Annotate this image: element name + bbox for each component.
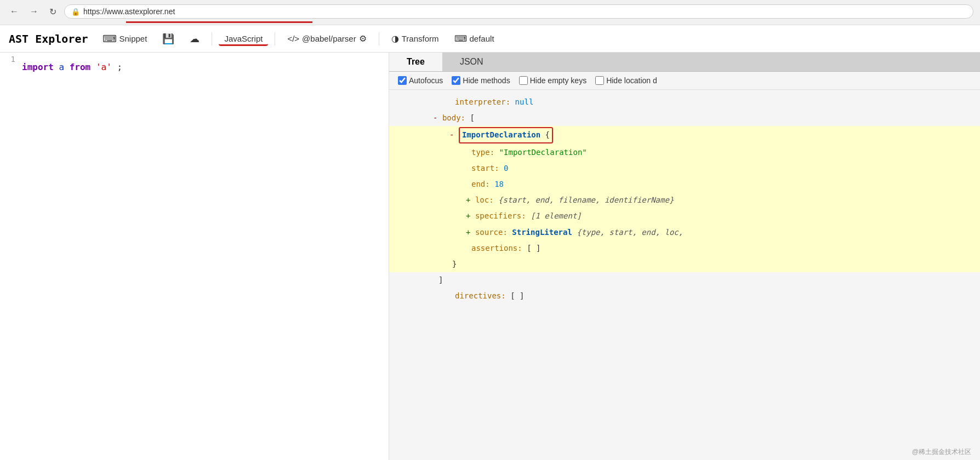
default-button[interactable]: ⌨ default bbox=[449, 31, 500, 46]
tree-assertions: assertions: [ ] bbox=[389, 240, 980, 256]
tree-end: end: 18 bbox=[389, 176, 980, 192]
snippet-icon: ⌨ bbox=[102, 33, 117, 45]
hide-methods-checkbox[interactable] bbox=[452, 76, 460, 85]
tree-type: type: "ImportDeclaration" bbox=[389, 145, 980, 160]
tab-tree[interactable]: Tree bbox=[389, 53, 442, 71]
code-line-1: 1 import a from 'a' ; bbox=[0, 53, 389, 82]
save-button[interactable]: 💾 bbox=[157, 31, 180, 47]
close-bracket: ] bbox=[438, 275, 443, 284]
ast-tabs: Tree JSON bbox=[389, 53, 980, 72]
tree-close-bracket: ] bbox=[389, 272, 980, 288]
code-semicolon: ; bbox=[117, 62, 122, 72]
import-decl-box: ImportDeclaration { bbox=[459, 127, 553, 143]
parser-label: @babel/parser bbox=[302, 34, 356, 43]
source-type: StringLiteral bbox=[512, 228, 572, 237]
assertions-key: assertions: bbox=[471, 244, 522, 252]
var-a: a bbox=[59, 62, 64, 72]
type-val: "ImportDeclaration" bbox=[499, 148, 587, 157]
close-brace: } bbox=[452, 260, 457, 268]
app-toolbar: AST Explorer ⌨ Snippet 💾 ☁ JavaScript </… bbox=[0, 25, 980, 53]
divider-1 bbox=[212, 32, 212, 45]
watermark: @稀土掘金技术社区 bbox=[912, 447, 971, 457]
source-key: source: bbox=[475, 228, 508, 237]
start-val: 0 bbox=[504, 164, 508, 173]
tree-close-brace: } bbox=[389, 256, 980, 272]
main-content: 1 import a from 'a' ; Tree JSON Autofo bbox=[0, 53, 980, 460]
lock-icon: 🔒 bbox=[71, 8, 80, 16]
autofocus-option[interactable]: Autofocus bbox=[398, 76, 443, 85]
tree-start: start: 0 bbox=[389, 160, 980, 176]
tree-loc[interactable]: + loc: {start, end, filename, identifier… bbox=[389, 192, 980, 208]
tree-import-decl[interactable]: - ImportDeclaration { bbox=[389, 126, 980, 144]
tab-json[interactable]: JSON bbox=[442, 53, 501, 71]
javascript-button[interactable]: JavaScript bbox=[219, 32, 268, 46]
body-key: body: bbox=[442, 113, 465, 122]
autofocus-label: Autofocus bbox=[409, 76, 443, 85]
cloud-button[interactable]: ☁ bbox=[184, 31, 205, 47]
transform-label: Transform bbox=[402, 34, 439, 43]
body-open-bracket: [ bbox=[470, 113, 474, 122]
default-label: default bbox=[470, 34, 494, 43]
loc-val: {start, end, filename, identifierName} bbox=[498, 196, 674, 204]
keyword-import: import bbox=[22, 62, 54, 72]
interpreter-key: interpreter: bbox=[455, 97, 510, 106]
tree-interpreter: interpreter: null bbox=[389, 94, 980, 110]
snippet-button[interactable]: ⌨ Snippet bbox=[97, 31, 153, 47]
string-a: 'a' bbox=[96, 62, 112, 72]
directives-val: [ ] bbox=[510, 291, 524, 300]
app-title: AST Explorer bbox=[9, 32, 88, 45]
snippet-label: Snippet bbox=[119, 34, 147, 43]
directives-key: directives: bbox=[455, 291, 506, 300]
source-expand-btn[interactable]: + bbox=[466, 228, 470, 237]
specifiers-expand-btn[interactable]: + bbox=[466, 211, 470, 220]
hide-empty-keys-option[interactable]: Hide empty keys bbox=[519, 76, 586, 85]
loc-expand-btn[interactable]: + bbox=[466, 196, 470, 204]
code-panel[interactable]: 1 import a from 'a' ; bbox=[0, 53, 389, 460]
tree-content[interactable]: interpreter: null - body: [ - ImportDecl… bbox=[389, 90, 980, 460]
import-decl-brace: { bbox=[545, 130, 550, 139]
specifiers-val: [1 element] bbox=[531, 211, 582, 220]
tree-directives: directives: [ ] bbox=[389, 288, 980, 304]
hide-methods-label: Hide methods bbox=[463, 76, 510, 85]
transform-icon: ◑ bbox=[391, 33, 399, 44]
parser-button[interactable]: </> @babel/parser ⚙ bbox=[282, 31, 372, 46]
import-decl-collapse-btn[interactable]: - bbox=[449, 130, 454, 139]
browser-nav: ← → ↻ 🔒 bbox=[0, 0, 980, 23]
interpreter-val: null bbox=[515, 97, 534, 106]
hide-location-label: Hide location d bbox=[606, 76, 657, 85]
javascript-label: JavaScript bbox=[224, 34, 263, 43]
assertions-val: [ ] bbox=[527, 244, 540, 252]
url-input[interactable] bbox=[83, 7, 966, 16]
hide-location-option[interactable]: Hide location d bbox=[595, 76, 657, 85]
start-key: start: bbox=[471, 164, 499, 173]
hide-empty-keys-checkbox[interactable] bbox=[519, 76, 528, 85]
type-key: type: bbox=[471, 148, 494, 157]
gear-icon: ⚙ bbox=[359, 33, 367, 44]
address-bar[interactable]: 🔒 bbox=[64, 4, 973, 19]
divider-2 bbox=[275, 32, 275, 45]
tree-specifiers[interactable]: + specifiers: [1 element] bbox=[389, 208, 980, 224]
divider-3 bbox=[379, 32, 379, 45]
refresh-button[interactable]: ↻ bbox=[46, 5, 60, 18]
tree-source[interactable]: + source: StringLiteral {type, start, en… bbox=[389, 225, 980, 240]
hide-location-checkbox[interactable] bbox=[595, 76, 604, 85]
end-key: end: bbox=[471, 180, 490, 188]
save-icon: 💾 bbox=[162, 33, 174, 45]
back-button[interactable]: ← bbox=[7, 5, 22, 18]
body-collapse-btn[interactable]: - bbox=[433, 113, 437, 122]
end-val: 18 bbox=[494, 180, 504, 188]
line-number-1: 1 bbox=[0, 54, 22, 64]
source-val: {type, start, end, loc, bbox=[577, 228, 683, 237]
tree-body-open: - body: [ bbox=[389, 110, 980, 126]
forward-button[interactable]: → bbox=[26, 5, 42, 18]
url-underline bbox=[126, 21, 312, 23]
code-content-1: import a from 'a' ; bbox=[22, 54, 122, 81]
options-bar: Autofocus Hide methods Hide empty keys H… bbox=[389, 72, 980, 90]
keyboard-icon: ⌨ bbox=[454, 33, 467, 44]
transform-button[interactable]: ◑ Transform bbox=[386, 31, 445, 46]
hide-empty-keys-label: Hide empty keys bbox=[530, 76, 586, 85]
autofocus-checkbox[interactable] bbox=[398, 76, 407, 85]
cloud-icon: ☁ bbox=[190, 33, 200, 45]
loc-key: loc: bbox=[475, 196, 494, 204]
hide-methods-option[interactable]: Hide methods bbox=[452, 76, 510, 85]
